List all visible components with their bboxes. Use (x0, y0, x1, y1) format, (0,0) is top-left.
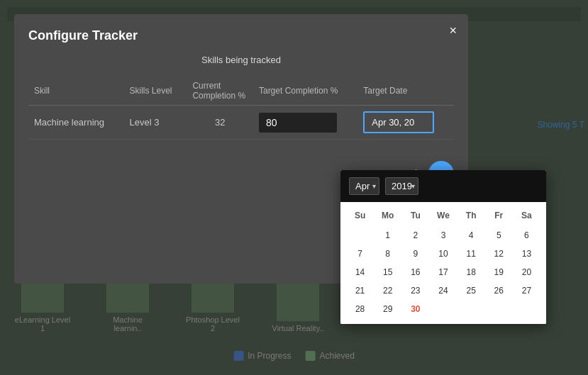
calendar-day[interactable]: 4 (457, 226, 485, 245)
calendar-day[interactable]: 27 (513, 281, 540, 300)
col-date: Target Date (357, 77, 454, 106)
calendar-day[interactable]: 19 (485, 263, 513, 281)
calendar-popup: JanFebMarAprMayJunJulAugSepOctNovDec 201… (340, 170, 546, 324)
calendar-day[interactable]: 8 (374, 245, 401, 263)
calendar-day[interactable]: 6 (513, 226, 540, 245)
col-target: Target Completion % (253, 77, 357, 106)
month-select[interactable]: JanFebMarAprMayJunJulAugSepOctNovDec (349, 177, 379, 195)
calendar-day[interactable]: 30 (401, 300, 429, 318)
calendar-day[interactable]: 12 (485, 245, 513, 263)
day-name: Mo (374, 208, 401, 223)
calendar-day (457, 300, 485, 318)
calendar-week-row: 78910111213 (346, 245, 540, 263)
day-name: Fr (485, 208, 513, 223)
calendar-day (429, 300, 457, 318)
calendar-day[interactable]: 18 (457, 263, 485, 281)
calendar-weeks: 1234567891011121314151617181920212223242… (346, 226, 540, 318)
target-completion-input[interactable] (259, 113, 337, 133)
cell-target-completion[interactable] (253, 106, 357, 140)
calendar-day[interactable]: 25 (457, 281, 485, 300)
calendar-day[interactable]: 2 (401, 226, 429, 245)
day-name: Sa (513, 208, 540, 223)
calendar-grid: SuMoTuWeThFrSa 1234567891011121314151617… (340, 202, 546, 324)
calendar-day[interactable]: 29 (374, 300, 401, 318)
calendar-week-row: 282930 (346, 300, 540, 318)
calendar-day[interactable]: 7 (346, 245, 374, 263)
calendar-day[interactable]: 16 (401, 263, 429, 281)
cell-current: 32 (187, 106, 253, 140)
calendar-day[interactable]: 5 (485, 226, 513, 245)
calendar-day[interactable]: 3 (429, 226, 457, 245)
modal-subtitle: Skills being tracked (28, 55, 454, 65)
col-current: Current Completion % (187, 77, 253, 106)
day-name: Tu (401, 208, 429, 223)
year-select-wrapper[interactable]: 20172018201920202021 (385, 177, 418, 195)
calendar-day (513, 300, 540, 318)
calendar-day[interactable]: 20 (513, 263, 540, 281)
col-skill: Skill (28, 77, 124, 106)
calendar-week-row: 14151617181920 (346, 263, 540, 281)
modal-close-button[interactable]: × (449, 24, 457, 37)
calendar-day[interactable]: 28 (346, 300, 374, 318)
calendar-day[interactable]: 21 (346, 281, 374, 300)
day-name: Th (457, 208, 485, 223)
col-level: Skills Level (124, 77, 187, 106)
calendar-day[interactable]: 17 (429, 263, 457, 281)
cell-skill: Machine learning (28, 106, 124, 140)
modal-title: Configure Tracker (28, 28, 454, 43)
calendar-header: JanFebMarAprMayJunJulAugSepOctNovDec 201… (340, 170, 546, 202)
calendar-week-row: 123456 (346, 226, 540, 245)
calendar-week-row: 21222324252627 (346, 281, 540, 300)
calendar-day[interactable]: 14 (346, 263, 374, 281)
table-row: Machine learning Level 3 32 (28, 106, 454, 140)
calendar-day-names: SuMoTuWeThFrSa (346, 208, 540, 223)
calendar-day[interactable]: 1 (374, 226, 401, 245)
tracker-table: Skill Skills Level Current Completion % … (28, 77, 454, 140)
target-date-input[interactable] (363, 111, 434, 133)
calendar-day[interactable]: 11 (457, 245, 485, 263)
calendar-day[interactable]: 24 (429, 281, 457, 300)
day-name: We (429, 208, 457, 223)
calendar-day[interactable]: 22 (374, 281, 401, 300)
calendar-day (346, 226, 374, 245)
calendar-day[interactable]: 26 (485, 281, 513, 300)
calendar-day[interactable]: 23 (401, 281, 429, 300)
calendar-day[interactable]: 13 (513, 245, 540, 263)
cell-level: Level 3 (124, 106, 187, 140)
day-name: Su (346, 208, 374, 223)
month-select-wrapper[interactable]: JanFebMarAprMayJunJulAugSepOctNovDec (349, 177, 379, 195)
cell-target-date[interactable] (357, 106, 454, 140)
calendar-day[interactable]: 15 (374, 263, 401, 281)
calendar-day (485, 300, 513, 318)
calendar-day[interactable]: 10 (429, 245, 457, 263)
year-select[interactable]: 20172018201920202021 (385, 177, 418, 195)
calendar-day[interactable]: 9 (401, 245, 429, 263)
